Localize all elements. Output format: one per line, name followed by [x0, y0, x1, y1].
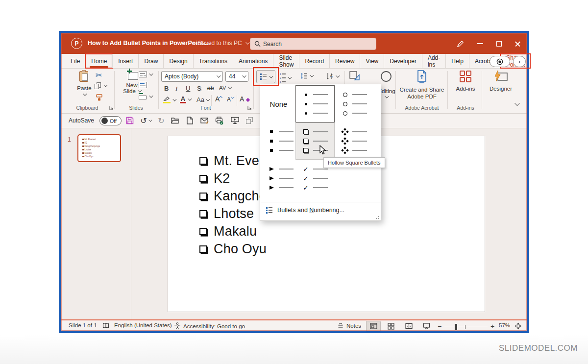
clear-formatting-button[interactable]: A [240, 95, 249, 103]
saved-status[interactable]: • Saved to this PC [193, 40, 248, 47]
normal-view-button[interactable] [366, 321, 381, 331]
create-share-pdf-button[interactable]: Create and Share Adobe PDF [398, 70, 445, 100]
text-shadow-button[interactable]: S [197, 85, 201, 92]
font-name-combo[interactable]: Aptos (Body) [161, 71, 223, 82]
strikethrough-button[interactable]: ab [207, 85, 214, 92]
tab-draw[interactable]: Draw [138, 54, 163, 68]
save-button[interactable] [125, 116, 135, 125]
line-spacing-button[interactable] [300, 73, 313, 79]
designer-button[interactable]: Designer [486, 70, 516, 92]
spell-check-button[interactable] [102, 322, 109, 329]
bullet-item[interactable]: Makalu [199, 222, 307, 240]
slideshow-from-start-button[interactable] [230, 116, 240, 125]
fit-to-window-button[interactable] [514, 322, 522, 330]
maximize-button[interactable] [490, 33, 508, 54]
tab-design[interactable]: Design [163, 54, 193, 68]
search-input[interactable]: Search [250, 38, 376, 50]
email-button[interactable] [199, 116, 209, 125]
close-button[interactable] [508, 33, 527, 54]
hollow-square-bullet-icon [199, 175, 207, 182]
tab-view[interactable]: View [360, 54, 384, 68]
open-button[interactable] [170, 116, 180, 125]
slideshow-view-button[interactable] [419, 321, 434, 331]
bullets-and-numbering-item[interactable]: Bullets and Numbering... [260, 203, 382, 217]
duplicate-button[interactable] [245, 116, 254, 125]
record-pill-button[interactable] [490, 56, 510, 67]
bullet-style-star[interactable] [335, 122, 379, 160]
tab-help[interactable]: Help [445, 54, 469, 68]
minimize-button[interactable] [471, 33, 490, 54]
zoom-slider-thumb[interactable] [455, 324, 457, 330]
clipboard-dialog-launcher[interactable] [109, 106, 114, 110]
redo-button[interactable]: ↻ [156, 116, 166, 125]
format-painter-button[interactable] [96, 94, 103, 102]
tab-insert[interactable]: Insert [112, 54, 138, 68]
text-direction-button[interactable]: A [326, 73, 339, 80]
bullet-style-arrow[interactable] [261, 160, 295, 197]
tab-developer[interactable]: Developer [384, 54, 422, 68]
undo-button[interactable]: ↺ [138, 116, 153, 125]
slide-sorter-view-button[interactable] [384, 321, 398, 331]
arrow-bullet-glyph [268, 166, 275, 172]
numbering-button[interactable]: 1 2 3 [280, 73, 291, 83]
editing-button[interactable] [380, 71, 393, 85]
grow-font-button[interactable]: A [215, 95, 222, 103]
tab-slide-show[interactable]: Slide Show [273, 54, 299, 68]
bullet-style-none[interactable]: None [261, 85, 295, 122]
zoom-out-button[interactable]: − [438, 322, 441, 330]
reset-button[interactable] [139, 82, 147, 89]
tab-file[interactable]: File [65, 54, 85, 68]
tab-add-ins[interactable]: Add-ins [422, 54, 445, 68]
quick-print-button[interactable] [214, 116, 224, 125]
more-tabs-button[interactable]: › [513, 56, 526, 67]
powerpoint-logo[interactable]: P [71, 38, 82, 49]
resize-grip[interactable] [375, 215, 379, 219]
bullet-item[interactable]: Cho Oyu [199, 240, 307, 258]
bullet-style-filled-round[interactable] [295, 85, 335, 122]
section-button[interactable] [139, 93, 152, 99]
paste-button[interactable]: Paste [72, 71, 97, 97]
notes-button[interactable]: Notes [337, 322, 361, 329]
add-ins-button[interactable]: Add-ins [451, 70, 480, 92]
zoom-level[interactable]: 57% [499, 322, 510, 328]
zoom-slider-track[interactable] [444, 327, 488, 327]
highlight-color-button[interactable] [163, 96, 175, 103]
font-size-combo[interactable]: 44 [225, 71, 248, 82]
bullets-button[interactable] [256, 70, 275, 83]
new-slide-label-2: Slide [123, 88, 136, 94]
shrink-font-button[interactable]: A [227, 96, 233, 103]
tab-home[interactable]: Home [85, 54, 112, 68]
bold-button[interactable]: B [164, 85, 169, 92]
font-color-button[interactable]: A [180, 95, 191, 103]
filled-round-bullet-glyph [302, 101, 309, 107]
new-document-button[interactable] [185, 116, 195, 125]
font-dialog-launcher[interactable] [247, 106, 252, 110]
cut-button[interactable]: ✂ [96, 71, 102, 80]
bullet-style-hollow-square[interactable] [295, 122, 335, 160]
group-separator [114, 71, 115, 109]
slide-thumbnail[interactable]: Mt. Everest K2 Kangchenjunga Lhotse Maka… [77, 134, 121, 162]
accessibility-checker[interactable]: Accessibility: Good to go [174, 322, 245, 330]
bullet-style-filled-square[interactable] [261, 122, 295, 160]
bullet-none-label: None [270, 100, 294, 108]
slide-indicator[interactable]: Slide 1 of 1 [69, 322, 97, 328]
zoom-in-button[interactable]: + [490, 322, 494, 330]
language-indicator[interactable]: English (United States) [114, 322, 172, 328]
shapes-button[interactable] [349, 71, 360, 82]
tab-transitions[interactable]: Transitions [193, 54, 233, 68]
italic-button[interactable]: I [175, 85, 177, 93]
tab-review[interactable]: Review [329, 54, 360, 68]
bullet-style-hollow-round[interactable] [335, 85, 379, 122]
tab-animations[interactable]: Animations [233, 54, 273, 68]
ink-pen-button[interactable] [451, 33, 469, 54]
change-case-button[interactable]: Aa [196, 96, 209, 103]
copy-button[interactable] [95, 82, 106, 89]
reading-view-button[interactable] [401, 321, 416, 331]
tab-record[interactable]: Record [299, 54, 329, 68]
collapse-ribbon-icon[interactable] [514, 100, 520, 106]
character-spacing-button[interactable]: AV [219, 85, 231, 91]
sample-text-line [352, 94, 367, 95]
underline-button[interactable]: U [186, 85, 190, 92]
autosave-toggle[interactable]: Off [99, 116, 122, 125]
layout-button[interactable] [139, 72, 152, 77]
